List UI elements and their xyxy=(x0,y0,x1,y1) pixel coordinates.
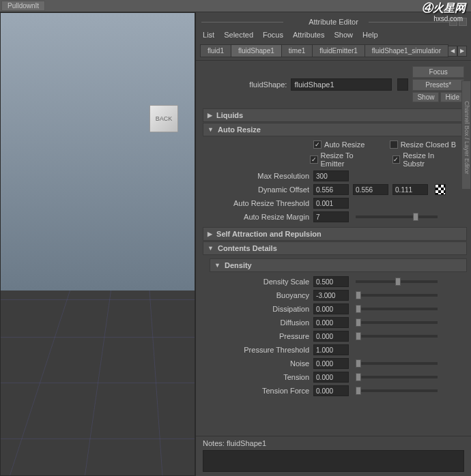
menu-help[interactable]: Help xyxy=(362,31,378,39)
grid-line xyxy=(1,438,195,439)
menu-list[interactable]: List xyxy=(203,31,214,39)
notes-label: Notes: fluidShape1 xyxy=(196,436,471,450)
chevron-right-icon: ▶ xyxy=(208,230,212,237)
resize-substr-checkbox[interactable] xyxy=(392,155,401,164)
tab-fluidshape1[interactable]: fluidShape1 xyxy=(231,44,282,57)
dynamic-offset-y[interactable] xyxy=(353,184,388,195)
density-scale-label: Density Scale xyxy=(203,278,309,286)
viewport[interactable]: BACK xyxy=(0,12,195,476)
tab-fluid1[interactable]: fluid1 xyxy=(200,44,231,57)
checker-swatch[interactable] xyxy=(435,184,446,195)
margin-label: Auto Resize Margin xyxy=(203,213,309,221)
density-scale-input[interactable] xyxy=(313,276,349,287)
grid-line xyxy=(1,337,195,338)
menu-attributes[interactable]: Attributes xyxy=(293,31,324,39)
chevron-down-icon: ▼ xyxy=(214,262,220,269)
section-liquids[interactable]: ▶ Liquids xyxy=(203,108,467,122)
tab-time1[interactable]: time1 xyxy=(281,44,313,57)
pressure-slider[interactable] xyxy=(356,335,438,338)
dynamic-offset-label: Dynamic Offset xyxy=(203,185,309,194)
top-bar: PulldownIt xyxy=(0,0,471,12)
max-resolution-input[interactable] xyxy=(313,170,349,181)
density-scale-slider[interactable] xyxy=(356,280,438,283)
auto-resize-body: Auto Resize Resize Closed B Resize To Em… xyxy=(203,136,467,226)
dynamic-offset-x[interactable] xyxy=(313,184,349,195)
node-name-row: fluidShape: Focus Presets* Show Hide xyxy=(196,61,471,108)
noise-input[interactable] xyxy=(313,358,349,369)
viewport-sky xyxy=(1,13,195,291)
tab-row: fluid1 fluidShape1 time1 fluidEmitter1 f… xyxy=(196,42,471,61)
auto-resize-checkbox[interactable] xyxy=(313,140,322,149)
tension-label: Tension xyxy=(203,373,309,381)
dissipation-input[interactable] xyxy=(313,303,349,314)
section-auto-resize[interactable]: ▼ Auto Resize xyxy=(203,123,467,136)
watermark-logo: ④火星网 xyxy=(422,1,466,16)
tension-force-label: Tension Force xyxy=(203,387,309,395)
buoyancy-slider[interactable] xyxy=(356,294,438,297)
section-self-attraction[interactable]: ▶ Self Attraction and Repulsion xyxy=(203,227,467,241)
noise-slider[interactable] xyxy=(356,362,438,365)
panel-title: Attribute Editor xyxy=(196,18,471,26)
tension-force-input[interactable] xyxy=(313,385,349,396)
margin-slider[interactable] xyxy=(356,215,438,218)
tab-prev-icon[interactable]: ◀ xyxy=(448,46,457,57)
hide-button[interactable]: Hide xyxy=(440,92,464,102)
pressure-input[interactable] xyxy=(313,331,349,342)
diffusion-label: Diffusion xyxy=(203,318,309,327)
node-name-label: fluidShape: xyxy=(205,80,287,89)
diffusion-slider[interactable] xyxy=(356,321,438,324)
notes-textarea[interactable] xyxy=(203,450,464,472)
pulldownit-button[interactable]: PulldownIt xyxy=(1,1,45,11)
buoyancy-input[interactable] xyxy=(313,290,349,301)
threshold-label: Auto Resize Threshold xyxy=(203,199,309,207)
pressure-threshold-input[interactable] xyxy=(313,344,349,355)
node-name-input[interactable] xyxy=(291,78,392,91)
noise-label: Noise xyxy=(203,359,309,368)
watermark-url: hxsd.com xyxy=(433,15,463,23)
node-dropdown-icon[interactable] xyxy=(397,78,408,91)
resize-closed-checkbox[interactable] xyxy=(390,140,398,149)
menu-show[interactable]: Show xyxy=(334,31,353,39)
dissipation-label: Dissipation xyxy=(203,305,309,313)
tension-slider[interactable] xyxy=(356,376,438,378)
tab-sim[interactable]: fluidShape1_simulatior xyxy=(365,44,448,57)
margin-input[interactable] xyxy=(313,211,349,222)
chevron-right-icon: ▶ xyxy=(208,112,212,119)
max-resolution-label: Max Resolution xyxy=(203,172,309,180)
focus-button[interactable]: Focus xyxy=(412,66,464,78)
grid-line xyxy=(1,299,195,300)
diffusion-input[interactable] xyxy=(313,317,349,328)
chevron-down-icon: ▼ xyxy=(208,245,214,252)
channel-box-tab[interactable]: Channel Box / Layer Editor xyxy=(461,80,471,190)
viewcube[interactable]: BACK xyxy=(149,105,178,132)
tension-force-slider[interactable] xyxy=(356,389,438,392)
menu-bar: List Selected Focus Attributes Show Help xyxy=(196,28,471,42)
menu-selected[interactable]: Selected xyxy=(224,31,253,39)
tab-fluidemitter1[interactable]: fluidEmitter1 xyxy=(312,44,365,57)
buoyancy-label: Buoyancy xyxy=(203,291,309,299)
pressure-threshold-label: Pressure Threshold xyxy=(203,346,309,354)
section-density[interactable]: ▼ Density xyxy=(210,258,467,272)
tension-input[interactable] xyxy=(313,372,349,383)
dynamic-offset-z[interactable] xyxy=(392,184,428,195)
tab-next-icon[interactable]: ▶ xyxy=(457,46,467,57)
pressure-label: Pressure xyxy=(203,332,309,340)
chevron-down-icon: ▼ xyxy=(208,126,214,133)
scroll-area[interactable]: ▶ Liquids ▼ Auto Resize Auto Resize Resi… xyxy=(196,108,471,433)
resize-emitter-checkbox[interactable] xyxy=(310,155,318,164)
presets-button[interactable]: Presets* xyxy=(412,79,464,91)
threshold-input[interactable] xyxy=(313,198,349,209)
menu-focus[interactable]: Focus xyxy=(263,31,283,39)
density-body: Density Scale Buoyancy Dissipation Diffu… xyxy=(203,272,467,400)
dissipation-slider[interactable] xyxy=(356,308,438,310)
section-contents-details[interactable]: ▼ Contents Details xyxy=(203,241,467,255)
attribute-editor: Attribute Editor List Selected Focus Att… xyxy=(195,12,471,476)
show-button[interactable]: Show xyxy=(412,92,439,102)
contents-body: ▼ Density Density Scale Buoyancy Dissipa… xyxy=(203,255,467,403)
